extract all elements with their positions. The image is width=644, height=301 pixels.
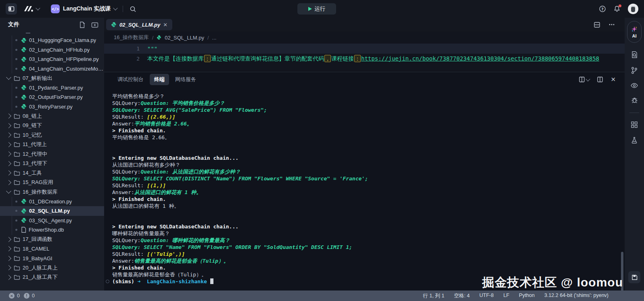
code-line-1[interactable]: 1""" [104, 44, 625, 54]
tree-folder-08_链上[interactable]: 08_链上 [0, 111, 104, 121]
new-folder-icon[interactable] [91, 21, 98, 28]
code-editor[interactable]: 1"""2本文件是【连接数据库：通过链和代理查询鲜花信息】章节的配套代码，课程链… [104, 44, 625, 64]
terminal-line: SQLQuery:Question: 从法国进口的鲜花有多少种？ [112, 168, 621, 175]
workspace-switcher[interactable]: </> LangChain 实战课 [51, 4, 117, 13]
course-link[interactable]: https://juejin.cn/book/73877023474361303… [361, 55, 599, 62]
bottom-panel: 调试控制台 终端 网络服务 ✕ [104, 72, 625, 291]
tree-folder-12_代理中[interactable]: 12_代理中 [0, 149, 104, 159]
app-logo[interactable] [23, 5, 40, 13]
statusbar-item[interactable]: 行 1, 列 1 [423, 293, 444, 299]
help-icon[interactable]: ? [599, 5, 606, 13]
tree-folder-10_记忆[interactable]: 10_记忆 [0, 130, 104, 140]
tree-folder-14_工具[interactable]: 14_工具 [0, 168, 104, 178]
tree-file-01_DBCreation.py[interactable]: 01_DBCreation.py [0, 197, 104, 207]
debug-bug-icon[interactable] [631, 97, 638, 105]
tree-folder-11_代理上[interactable]: 11_代理上 [0, 140, 104, 150]
terminal-output[interactable]: 平均销售价格是多少？SQLQuery:Question: 平均销售价格是多少？S… [104, 87, 625, 291]
terminal-line: SQLQuery:Question: 平均销售价格是多少？ [112, 100, 621, 107]
tree-file-01_Pydantic_Parser.py[interactable]: 01_Pydantic_Parser.py [0, 83, 104, 93]
tab-terminal[interactable]: 终端 [150, 74, 169, 85]
code-token: 本文件是【连接数据库 [147, 55, 204, 62]
warnings-count: 0 [32, 293, 35, 299]
tree-folder-13_代理下[interactable]: 13_代理下 [0, 159, 104, 169]
statusbar-item[interactable]: UTF-8 [479, 293, 493, 299]
search-icon[interactable] [130, 6, 136, 13]
code-token: 课程链接 [331, 55, 354, 62]
breadcrumb-symbol[interactable]: ... [212, 35, 217, 41]
code-line-2[interactable]: 2本文件是【连接数据库：通过链和代理查询鲜花信息】章节的配套代码，课程链接：ht… [104, 54, 625, 64]
statusbar-item[interactable]: 空格: 4 [454, 293, 470, 299]
terminal-line: SQLQuery: SELECT COUNT(DISTINCT "Name") … [112, 175, 621, 182]
notifications-button[interactable] [613, 5, 621, 13]
test-flask-icon[interactable] [631, 136, 638, 144]
close-panel-icon[interactable]: ✕ [611, 76, 616, 83]
tree-file-02_LangChain_HFHub.py[interactable]: 02_LangChain_HFHub.py [0, 45, 104, 55]
code-token: ： [204, 55, 211, 62]
tree-folder-09_链下[interactable]: 09_链下 [0, 121, 104, 131]
tree-folder-16_操作数据库[interactable]: 16_操作数据库 [0, 187, 104, 197]
extensions-icon[interactable] [631, 121, 638, 128]
file-explorer-sidebar: 文件 01_HugggingFace_Llama.py02_LangChain_… [0, 18, 104, 291]
tree-file-02_OutputFixParser.py[interactable]: 02_OutputFixParser.py [0, 92, 104, 102]
tree-file-FlowerShop.db[interactable]: FlowerShop.db [0, 225, 104, 235]
tree-file-02_SQL_LLM.py[interactable]: 02_SQL_LLM.py [0, 206, 104, 216]
tree-file-03_SQL_Agent.py[interactable]: 03_SQL_Agent.py [0, 216, 104, 226]
logo-chevron-down-icon [36, 6, 40, 10]
problems-indicator[interactable]: ✕ 0 ! 0 [9, 293, 36, 299]
tab-close-icon[interactable]: ✕ [163, 22, 167, 28]
tree-folder-07_解析输出[interactable]: 07_解析输出 [0, 73, 104, 83]
terminal-line [112, 148, 621, 155]
explorer-header: 文件 [0, 18, 104, 31]
breadcrumb-file[interactable]: 02_SQL_LLM.py [165, 35, 204, 41]
terminal-line: Answer:销售量最高的鲜花是郁金香（Tulip）。 [112, 257, 621, 264]
notification-badge [619, 4, 621, 7]
terminal-line: > Finished chain. [112, 264, 621, 271]
source-control-icon[interactable] [631, 67, 638, 74]
save-layout-button[interactable] [628, 271, 640, 283]
ai-assistant-button[interactable]: AI [627, 21, 642, 43]
tree-folder-21_人脉工具下[interactable]: 21_人脉工具下 [0, 273, 104, 282]
run-button[interactable]: 运行 [297, 3, 336, 15]
tab-network-service[interactable]: 网络服务 [171, 74, 201, 85]
user-avatar[interactable] [628, 4, 638, 14]
tree-folder-18_CAMEL[interactable]: 18_CAMEL [0, 244, 104, 254]
split-editor-icon[interactable] [594, 21, 600, 28]
terminal-line: 从法国进口的鲜花有 1 种。 [112, 203, 621, 209]
statusbar-item[interactable]: 3.12.2 64-bit ('shims': pyenv) [544, 293, 608, 299]
errors-icon: ✕ [9, 293, 15, 299]
statusbar-item[interactable]: Python [519, 293, 535, 299]
preview-eye-icon[interactable] [630, 82, 638, 89]
more-actions-icon[interactable] [608, 21, 615, 28]
chevron-down-icon [586, 77, 590, 81]
terminal-line: > Entering new SQLDatabaseChain chain... [112, 223, 621, 230]
tree-folder-20_人脉工具上[interactable]: 20_人脉工具上 [0, 263, 104, 273]
code-token: """ [147, 46, 157, 52]
statusbar-item[interactable]: LF [503, 293, 509, 299]
top-bar: </> LangChain 实战课 运行 ? [0, 0, 644, 18]
workspace-icon: </> [51, 4, 60, 13]
warnings-icon: ! [24, 293, 29, 299]
tree-file-03_RetryParser.py[interactable]: 03_RetryParser.py [0, 102, 104, 112]
terminal-line: Answer:平均销售价格是 2.66。 [112, 120, 621, 127]
tree-folder-15_RAG应用[interactable]: 15_RAG应用 [0, 178, 104, 188]
editor-area: 02_SQL_LLM.py ✕ 16_操作数据库 / [104, 18, 625, 291]
tree-folder-17_回调函数[interactable]: 17_回调函数 [0, 235, 104, 245]
split-terminal-menu-button[interactable] [579, 76, 590, 83]
terminal-line: 从法国进口的鲜花有多少种？ [112, 161, 621, 168]
tree-file-01_HugggingFace_Llama.py[interactable]: 01_HugggingFace_Llama.py [0, 36, 104, 45]
tab-02-sql-llm[interactable]: 02_SQL_LLM.py ✕ [106, 19, 172, 30]
code-token: 通过链和代理查询鲜花信息】章节的配套代码 [211, 55, 324, 62]
tree-file-03_LangChain_HFPipeline.py[interactable]: 03_LangChain_HFPipeline.py [0, 54, 104, 64]
breadcrumb-folder[interactable]: 16_操作数据库 [114, 34, 149, 41]
tree-folder-19_BabyAGI[interactable]: 19_BabyAGI [0, 254, 104, 263]
tree-file-04_LangChain_CustomizeMod...[interactable]: 04_LangChain_CustomizeMod... [0, 64, 104, 74]
line-number: 2 [104, 56, 140, 62]
new-file-icon[interactable] [79, 21, 86, 28]
toggle-sidebar-button[interactable] [6, 3, 17, 15]
code-token: ， [324, 55, 331, 62]
tab-debug-console[interactable]: 调试控制台 [113, 74, 148, 85]
editor-tab-bar: 02_SQL_LLM.py ✕ [104, 18, 625, 31]
terminal-line: 平均销售价格是多少？ [112, 93, 621, 100]
search-files-icon[interactable] [631, 51, 638, 59]
split-panel-icon2[interactable] [597, 76, 603, 83]
